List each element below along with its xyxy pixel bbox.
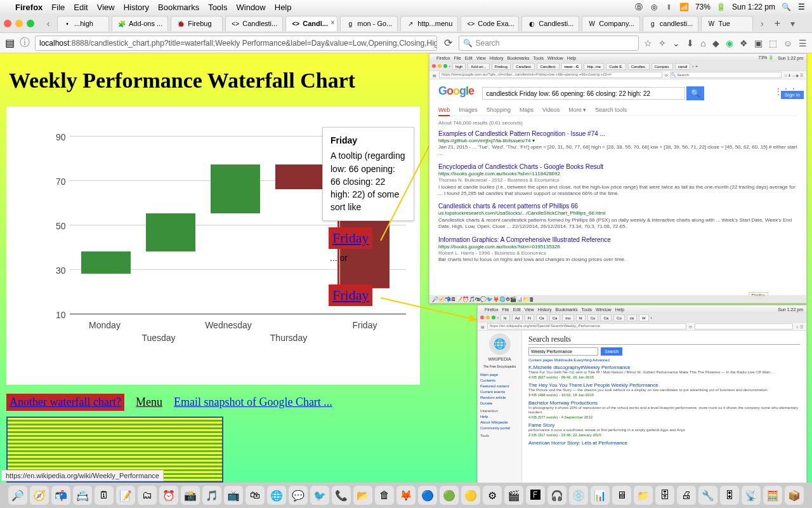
browser-tab[interactable]: ◐Candlesti... (521, 16, 579, 31)
dock-app-icon[interactable]: 📝 (116, 486, 135, 505)
wiki-result[interactable]: Fame Story performance a cous a southwes… (528, 422, 800, 437)
google-result[interactable]: Information Graphics: A Comprehensive Il… (438, 236, 797, 264)
sidebar-toggle-icon[interactable]: ▤ (5, 37, 15, 49)
dock-app-icon[interactable]: 🗑 (375, 486, 394, 505)
dock-app-icon[interactable]: 📇 (73, 486, 92, 505)
dock-app-icon[interactable]: 🗄 (655, 486, 674, 505)
dock-app-icon[interactable]: 📡 (742, 486, 761, 505)
extension-icon[interactable]: ◆ (712, 38, 719, 48)
pocket-icon[interactable]: ⌄ (672, 38, 680, 48)
dock-app-icon[interactable]: 📬 (51, 486, 70, 505)
address-bar[interactable]: localhost:8888/candlestick_chart.php?tit… (35, 36, 437, 51)
dock-app-icon[interactable]: ⏰ (159, 486, 178, 505)
google-sign-in-button[interactable]: Sign in (781, 91, 804, 99)
google-tab[interactable]: Videos (542, 107, 560, 113)
download-icon[interactable]: ⬇ (686, 38, 694, 48)
wiki-search-input[interactable] (528, 347, 598, 356)
wiki-result[interactable]: Bachelor Morrway Productions In photogra… (528, 400, 800, 420)
google-result[interactable]: Candlestick charts & recent patterns of … (438, 202, 797, 230)
close-tab-icon[interactable]: × (331, 19, 334, 26)
account-icon[interactable]: ☺ (783, 38, 792, 48)
dock-app-icon[interactable]: 🟢 (440, 486, 459, 505)
dock-app-icon[interactable]: 💬 (289, 486, 308, 505)
close-window-button[interactable] (4, 20, 11, 27)
wifi-icon[interactable]: 📶 (680, 3, 689, 11)
browser-tab[interactable]: •...high (57, 16, 109, 31)
google-result[interactable]: Encyclopedia of Candlestick Charts - Goo… (438, 163, 797, 197)
menu-view[interactable]: View (97, 3, 115, 12)
google-search-input[interactable]: candlestick Friday low: 66 opening: 66 c… (482, 87, 685, 100)
another-waterfall-link[interactable]: Another waterfall chart? (6, 394, 124, 411)
dock-app-icon[interactable]: 🧭 (30, 486, 49, 505)
extension-icon[interactable]: ❖ (740, 38, 748, 48)
identity-icon[interactable]: ⓘ (20, 36, 30, 50)
wiki-nav-item[interactable]: Current events (480, 389, 519, 395)
dock-app-icon[interactable]: 🎛 (720, 486, 739, 505)
zoom-window-button[interactable] (27, 20, 34, 27)
extension-icon[interactable]: ◉ (726, 38, 733, 48)
dock-app-icon[interactable]: 📦 (785, 486, 804, 505)
wiki-nav-item[interactable]: Main page (480, 372, 519, 378)
wiki-nav-item[interactable]: Community portal (480, 425, 519, 431)
menu-history[interactable]: History (124, 3, 149, 12)
chart-bar-monday[interactable] (81, 251, 131, 274)
dock-app-icon[interactable]: 🗂 (138, 486, 157, 505)
dock-app-icon[interactable]: 🌐 (267, 486, 286, 505)
app-name[interactable]: Firefox (15, 3, 43, 12)
extension-icon[interactable]: ⬚ (769, 38, 777, 48)
dock-app-icon[interactable]: 🎵 (202, 486, 221, 505)
browser-tab[interactable]: WCompany... (582, 16, 639, 31)
new-tab-button[interactable]: + (771, 18, 783, 29)
dock-app-icon[interactable]: 📊 (591, 486, 610, 505)
menu-file[interactable]: File (51, 3, 65, 12)
google-tab[interactable]: Search tools (595, 107, 627, 113)
spotlight-icon[interactable]: 🔍 (782, 3, 790, 11)
dock-app-icon[interactable]: 🗓 (95, 486, 114, 505)
dock-app-icon[interactable]: 🧮 (763, 486, 782, 505)
google-tab[interactable]: Maps (520, 107, 534, 113)
browser-tab[interactable]: 🧩Add-ons ... (112, 16, 168, 31)
wiki-search-button[interactable]: Search (601, 347, 622, 356)
wiki-nav-item[interactable]: Donate (480, 401, 519, 406)
friday-link-chip[interactable]: Friday (329, 227, 372, 249)
menu-tools[interactable]: Tools (208, 3, 227, 12)
dock-app-icon[interactable]: 📺 (224, 486, 243, 505)
dock-app-icon[interactable]: 📁 (634, 486, 653, 505)
menu-window[interactable]: Window (237, 3, 266, 12)
menu-help[interactable]: Help (275, 3, 292, 12)
wiki-nav-item[interactable]: Help (480, 414, 519, 420)
friday-link-chip[interactable]: Friday (329, 284, 372, 306)
dock-app-icon[interactable]: 🟡 (461, 486, 480, 505)
home-icon[interactable]: ⌂ (700, 38, 705, 48)
hamburger-menu-icon[interactable]: ☰ (799, 38, 807, 48)
dock-app-icon[interactable]: 🐦 (310, 486, 329, 505)
bookmark-this-icon[interactable]: ✧ (658, 38, 666, 48)
dock-app-icon[interactable]: 🛍 (246, 486, 265, 505)
browser-tab[interactable]: 🐞Firebug (171, 16, 223, 31)
dock-app-icon[interactable]: 💿 (569, 486, 588, 505)
menu-edit[interactable]: Edit (74, 3, 88, 12)
wiki-nav-item[interactable]: Featured content (480, 384, 519, 389)
clock[interactable]: Sun 1:22 pm (732, 3, 775, 11)
dock-app-icon[interactable]: ⚙ (483, 486, 502, 505)
google-tab-web[interactable]: Web (438, 107, 450, 116)
extension-icon[interactable]: ▣ (754, 38, 763, 48)
dock-app-icon[interactable]: 📞 (332, 486, 351, 505)
dock-app-icon[interactable]: 🅵 (526, 486, 545, 505)
dock-app-icon[interactable]: 🦊 (396, 486, 416, 505)
dock-app-icon[interactable]: 🖥 (612, 486, 631, 505)
minimize-window-button[interactable] (15, 20, 23, 27)
browser-tab[interactable]: gcandlesti... (643, 16, 699, 31)
menuextra-icon[interactable]: ◎ (650, 3, 658, 11)
dock-app-icon[interactable]: 🔵 (418, 486, 437, 505)
browser-tab[interactable]: gmon - Go... (340, 16, 398, 31)
wikipedia-logo-icon[interactable]: 🌐 (489, 333, 511, 355)
google-tab[interactable]: Images (459, 107, 478, 113)
reload-button[interactable]: ⟳ (442, 37, 454, 49)
dock-app-icon[interactable]: 🔧 (698, 486, 717, 505)
chart-bar-wednesday[interactable] (211, 164, 260, 213)
wiki-nav-item[interactable]: Contents (480, 378, 519, 384)
notification-center-icon[interactable]: ☰ (797, 3, 806, 11)
wiki-result[interactable]: K.Michelle discography#Weekly Performanc… (528, 364, 800, 379)
dock-app-icon[interactable]: 🎬 (504, 486, 523, 505)
